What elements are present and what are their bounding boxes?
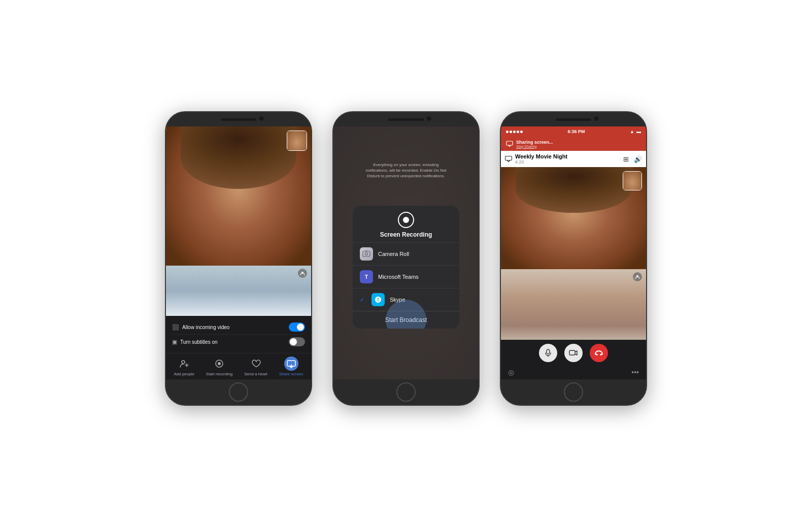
phone1-participant-icon — [298, 269, 307, 278]
more-options-icon[interactable]: ••• — [631, 368, 639, 376]
phone-1: ⬛ Allow incoming video ▣ Turn subtitles … — [165, 111, 312, 406]
phone3-status-bar: 6:36 PM ▲ ▬ — [501, 126, 646, 137]
phone1-speaker — [221, 118, 256, 121]
header-left: Weekly Movie Night 4:20 — [505, 153, 567, 165]
status-time: 6:36 PM — [568, 129, 585, 134]
phone2-home-button[interactable] — [396, 382, 416, 402]
phone1-bottom-bar — [166, 379, 311, 405]
toggle-subtitles-switch[interactable] — [289, 337, 305, 346]
phone3-bottom-video — [501, 269, 646, 340]
nav-send-heart[interactable]: Send a heart — [244, 357, 267, 376]
phone1-screen: ⬛ Allow incoming video ▣ Turn subtitles … — [166, 126, 311, 379]
phone3-header: Weekly Movie Night 4:20 ⊞ 🔊 — [501, 151, 646, 167]
phone2-camera-dot — [427, 116, 431, 121]
phone3-thumb-face — [623, 172, 641, 190]
phones-container: ⬛ Allow incoming video ▣ Turn subtitles … — [165, 111, 647, 406]
status-icons: ▲ ▬ — [630, 129, 641, 134]
svg-point-1 — [182, 361, 185, 364]
phone3-bottom-face-bg — [501, 269, 646, 340]
phone3-top-bar — [501, 112, 646, 126]
phone1-bottom-nav: Add people Start recording — [166, 353, 311, 378]
start-broadcast-button[interactable]: Start Broadcast — [353, 311, 459, 329]
phone3-sharing-bar: Sharing screen... Stop Sharing — [501, 137, 646, 151]
phone2-top-bar — [333, 112, 479, 126]
phone3-camera-dot — [594, 116, 599, 121]
phone1-home-button[interactable] — [229, 382, 248, 402]
toggle-row-subtitles: ▣ Turn subtitles on — [172, 335, 305, 349]
svg-rect-8 — [506, 141, 513, 145]
subtitles-icon: ▣ — [172, 339, 177, 345]
phone3-bottom-participant-icon — [633, 272, 642, 281]
wifi-icon: ▲ — [630, 129, 634, 134]
record-dot — [403, 217, 409, 223]
phone1-thumb-face — [287, 131, 307, 150]
toggle-row-video: ⬛ Allow incoming video — [172, 320, 305, 335]
phone1-main-video-area — [166, 126, 311, 266]
meeting-title: Weekly Movie Night — [515, 153, 567, 159]
phone3-hair — [516, 167, 632, 213]
toggle-video-switch[interactable] — [289, 322, 305, 332]
video-icon: ⬛ — [172, 324, 179, 331]
popup-option-camera-roll[interactable]: Camera Roll — [353, 243, 459, 266]
phone3-call-controls — [501, 340, 646, 366]
phone2-bottom-bar — [333, 379, 479, 405]
phone3-thumbnail — [623, 171, 642, 190]
phone3-home-button[interactable] — [564, 382, 583, 402]
phone3-screen: 6:36 PM ▲ ▬ Sharing screen... Stop Shari… — [501, 126, 646, 379]
volume-icon[interactable]: 🔊 — [634, 155, 642, 163]
phone1-hair — [181, 126, 297, 189]
nav-add-people[interactable]: Add people — [174, 357, 194, 376]
svg-point-6 — [365, 253, 368, 255]
heart-icon — [249, 357, 263, 371]
popup-title: Screen Recording — [380, 231, 432, 238]
toggle-subtitles-label: ▣ Turn subtitles on — [172, 339, 218, 345]
phone1-bottom-video — [166, 266, 311, 316]
header-right: ⊞ 🔊 — [623, 155, 642, 163]
svg-rect-7 — [365, 250, 368, 251]
camera-button[interactable] — [564, 344, 583, 362]
phone2-hint-text: Everything on your screen, including not… — [365, 162, 447, 179]
svg-point-3 — [218, 362, 221, 365]
mute-button[interactable] — [539, 344, 557, 362]
phone1-bottom-face-bg — [166, 266, 311, 316]
camera-roll-icon — [360, 247, 373, 261]
broadcast-popup: Screen Recording Ca — [353, 206, 459, 329]
focus-icon[interactable]: ◎ — [508, 368, 514, 376]
meeting-duration: 4:20 — [515, 159, 567, 165]
camera-roll-label: Camera Roll — [378, 251, 409, 257]
phone2-speaker — [388, 118, 424, 121]
phone-3: 6:36 PM ▲ ▬ Sharing screen... Stop Shari… — [500, 111, 647, 406]
svg-rect-9 — [505, 156, 512, 160]
phone3-top-video — [501, 167, 646, 269]
phone3-bottom-row: ◎ ••• — [501, 366, 646, 379]
phone1-camera-dot — [259, 116, 264, 121]
nav-share-screen[interactable]: Share screen — [279, 357, 303, 376]
start-recording-icon — [212, 357, 226, 371]
phone-2: Everything on your screen, including not… — [332, 111, 480, 406]
svg-rect-11 — [547, 349, 550, 354]
check-mark: ✓ — [360, 297, 364, 303]
add-people-icon — [177, 357, 191, 371]
end-call-button[interactable] — [590, 344, 608, 362]
popup-option-teams[interactable]: T Microsoft Teams — [353, 266, 459, 288]
phone1-controls: ⬛ Allow incoming video ▣ Turn subtitles … — [166, 316, 311, 353]
stop-sharing-link[interactable]: Stop Sharing — [516, 145, 553, 148]
teams-icon: T — [360, 270, 373, 283]
share-screen-icon — [284, 357, 298, 371]
record-icon-circle — [398, 212, 414, 228]
sharing-title: Sharing screen... — [516, 140, 553, 145]
status-signal-dots — [506, 131, 523, 133]
nav-start-recording[interactable]: Start recording — [206, 357, 232, 376]
phone3-speaker — [556, 118, 591, 121]
svg-rect-12 — [569, 350, 575, 355]
phone3-bottom-bar — [501, 379, 646, 405]
skype-icon — [371, 293, 385, 306]
toggle-video-label: ⬛ Allow incoming video — [172, 324, 229, 331]
grid-layout-icon[interactable]: ⊞ — [623, 155, 629, 163]
screen-share-bar-icon — [506, 140, 513, 147]
phone1-top-bar — [166, 112, 311, 126]
screen-share-header-icon — [505, 156, 512, 162]
popup-header: Screen Recording — [353, 206, 459, 243]
battery-icon: ▬ — [636, 129, 641, 134]
teams-label: Microsoft Teams — [378, 274, 419, 280]
